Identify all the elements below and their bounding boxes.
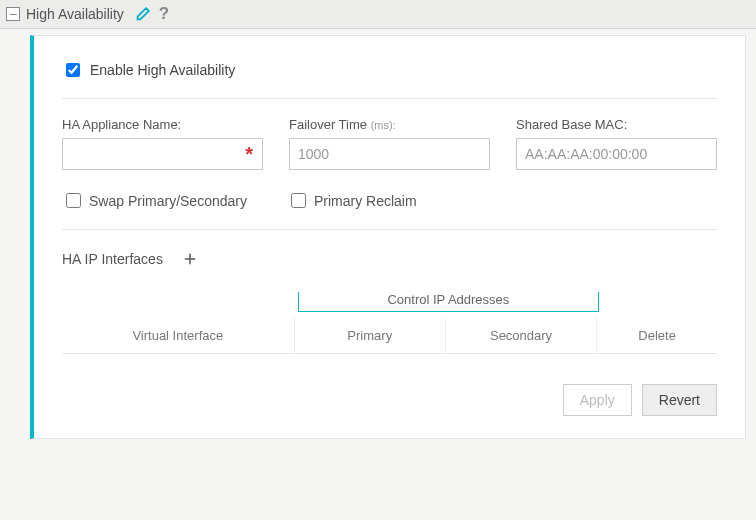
swap-label: Swap Primary/Secondary bbox=[89, 193, 247, 209]
reclaim-option[interactable]: Primary Reclaim bbox=[287, 190, 417, 211]
shared-mac-label: Shared Base MAC: bbox=[516, 117, 717, 132]
swap-option[interactable]: Swap Primary/Secondary bbox=[62, 190, 247, 211]
table-columns: Virtual Interface Primary Secondary Dele… bbox=[62, 318, 717, 354]
col-secondary: Secondary bbox=[446, 318, 597, 353]
options-row: Swap Primary/Secondary Primary Reclaim bbox=[62, 190, 717, 211]
swap-checkbox[interactable] bbox=[66, 193, 81, 208]
col-virtual-interface: Virtual Interface bbox=[62, 318, 295, 353]
appliance-name-input[interactable] bbox=[62, 138, 263, 170]
interfaces-title: HA IP Interfaces bbox=[62, 251, 163, 267]
apply-button[interactable]: Apply bbox=[563, 384, 632, 416]
enable-ha-checkbox[interactable] bbox=[66, 63, 80, 77]
help-icon[interactable]: ? bbox=[159, 4, 169, 24]
table-group-header: Control IP Addresses bbox=[62, 288, 717, 308]
enable-ha-row[interactable]: Enable High Availability bbox=[62, 60, 717, 80]
section-title: High Availability bbox=[26, 6, 124, 22]
action-bar: Apply Revert bbox=[62, 384, 717, 416]
section-header: − High Availability ? bbox=[0, 0, 756, 29]
edit-icon[interactable] bbox=[134, 6, 151, 23]
revert-button[interactable]: Revert bbox=[642, 384, 717, 416]
col-delete: Delete bbox=[597, 318, 717, 353]
failover-time-field: Failover Time (ms): bbox=[289, 117, 490, 170]
shared-mac-field: Shared Base MAC: bbox=[516, 117, 717, 170]
col-primary: Primary bbox=[295, 318, 446, 353]
config-panel: Enable High Availability HA Appliance Na… bbox=[30, 35, 746, 439]
collapse-icon[interactable]: − bbox=[6, 7, 20, 21]
reclaim-checkbox[interactable] bbox=[291, 193, 306, 208]
enable-ha-label: Enable High Availability bbox=[90, 62, 235, 78]
interfaces-header: HA IP Interfaces bbox=[62, 248, 717, 270]
interfaces-table: Control IP Addresses Virtual Interface P… bbox=[62, 288, 717, 354]
appliance-name-label: HA Appliance Name: bbox=[62, 117, 263, 132]
divider bbox=[62, 98, 717, 99]
failover-time-input[interactable] bbox=[289, 138, 490, 170]
shared-mac-input[interactable] bbox=[516, 138, 717, 170]
divider bbox=[62, 229, 717, 230]
reclaim-label: Primary Reclaim bbox=[314, 193, 417, 209]
control-ip-group-label: Control IP Addresses bbox=[298, 292, 600, 312]
fields-row: HA Appliance Name: * Failover Time (ms):… bbox=[62, 117, 717, 170]
appliance-name-field: HA Appliance Name: * bbox=[62, 117, 263, 170]
failover-time-label: Failover Time (ms): bbox=[289, 117, 490, 132]
add-interface-button[interactable] bbox=[179, 248, 201, 270]
